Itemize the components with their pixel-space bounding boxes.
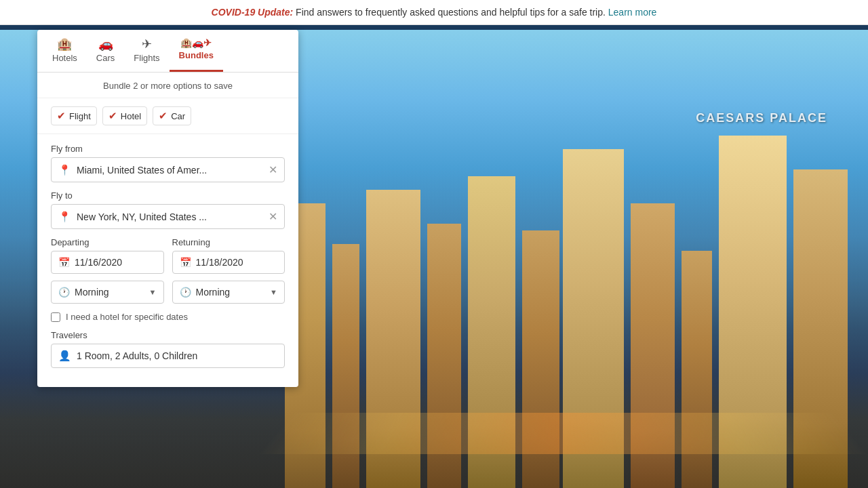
departing-label: Departing bbox=[51, 237, 164, 247]
form-area: Fly from 📍 Miami, United States of Amer.… bbox=[37, 134, 298, 368]
flight-check-icon: ✔ bbox=[57, 110, 66, 122]
departing-group: Departing 📅 11/16/2020 bbox=[51, 237, 164, 274]
returning-calendar-icon: 📅 bbox=[180, 257, 191, 268]
time-row: 🕐 Morning ▼ 🕐 Morning ▼ bbox=[51, 281, 285, 304]
location-icon-from: 📍 bbox=[58, 164, 71, 176]
depart-time-chevron: ▼ bbox=[149, 288, 157, 296]
tab-flights-label: Flights bbox=[134, 53, 159, 63]
hotel-check-icon: ✔ bbox=[108, 110, 117, 122]
date-row: Departing 📅 11/16/2020 Returning 📅 11/18… bbox=[51, 237, 285, 274]
covid-text: Find answers to frequently asked questio… bbox=[296, 7, 606, 18]
tab-cars-label: Cars bbox=[96, 53, 115, 63]
strip-glow bbox=[258, 413, 868, 454]
cars-icon: 🚗 bbox=[98, 38, 113, 50]
departing-value: 11/16/2020 bbox=[75, 257, 122, 268]
hotels-icon: 🏨 bbox=[57, 38, 72, 50]
car-check-icon: ✔ bbox=[159, 110, 167, 122]
departing-input[interactable]: 📅 11/16/2020 bbox=[51, 251, 164, 274]
bundles-icon: 🏨🚗✈ bbox=[180, 38, 212, 47]
fly-from-clear[interactable]: ✕ bbox=[269, 163, 277, 176]
covid-label: COVID-19 Update: bbox=[212, 7, 294, 18]
tab-bundles-label: Bundles bbox=[179, 50, 214, 60]
tab-cars[interactable]: 🚗 Cars bbox=[87, 30, 124, 72]
travelers-value: 1 Room, 2 Adults, 0 Children bbox=[77, 350, 197, 361]
search-panel: 🏨 Hotels 🚗 Cars ✈ Flights 🏨🚗✈ Bundles Bu… bbox=[37, 30, 298, 387]
fly-from-group: Fly from 📍 Miami, United States of Amer.… bbox=[51, 144, 285, 182]
location-icon-to: 📍 bbox=[58, 211, 71, 223]
flights-icon: ✈ bbox=[142, 38, 152, 50]
tab-flights[interactable]: ✈ Flights bbox=[124, 30, 169, 72]
fly-from-value: Miami, United States of Amer... bbox=[77, 165, 266, 176]
car-toggle-label: Car bbox=[171, 111, 185, 121]
depart-time-value: Morning bbox=[75, 287, 149, 298]
returning-value: 11/18/2020 bbox=[196, 257, 243, 268]
return-time-select[interactable]: 🕐 Morning ▼ bbox=[172, 281, 285, 304]
fly-to-input[interactable]: 📍 New York, NY, United States ... ✕ bbox=[51, 204, 285, 229]
fly-from-label: Fly from bbox=[51, 144, 285, 154]
travelers-group: Travelers 👤 1 Room, 2 Adults, 0 Children bbox=[51, 330, 285, 368]
depart-clock-icon: 🕐 bbox=[58, 287, 70, 298]
fly-to-value: New York, NY, United States ... bbox=[77, 211, 266, 222]
person-icon: 👤 bbox=[58, 350, 71, 362]
tab-bar: 🏨 Hotels 🚗 Cars ✈ Flights 🏨🚗✈ Bundles bbox=[37, 30, 298, 73]
return-time-value: Morning bbox=[196, 287, 271, 298]
depart-time-select[interactable]: 🕐 Morning ▼ bbox=[51, 281, 164, 304]
bundle-subtitle: Bundle 2 or more options to save bbox=[37, 73, 298, 98]
learn-more-link[interactable]: Learn more bbox=[608, 7, 657, 18]
hotel-dates-checkbox[interactable] bbox=[51, 312, 60, 322]
fly-from-input[interactable]: 📍 Miami, United States of Amer... ✕ bbox=[51, 157, 285, 182]
travelers-label: Travelers bbox=[51, 330, 285, 340]
tab-bundles[interactable]: 🏨🚗✈ Bundles bbox=[170, 30, 223, 72]
returning-input[interactable]: 📅 11/18/2020 bbox=[172, 251, 285, 274]
hotel-dates-label: I need a hotel for specific dates bbox=[66, 312, 188, 322]
fly-to-label: Fly to bbox=[51, 190, 285, 201]
caesars-label: CAESARS PALACE bbox=[696, 111, 827, 125]
flight-toggle[interactable]: ✔ Flight bbox=[51, 106, 97, 125]
return-time-chevron: ▼ bbox=[270, 288, 277, 296]
returning-group: Returning 📅 11/18/2020 bbox=[172, 237, 285, 274]
return-clock-icon: 🕐 bbox=[180, 287, 191, 298]
covid-banner: COVID-19 Update: Find answers to frequen… bbox=[0, 0, 868, 25]
fly-to-group: Fly to 📍 New York, NY, United States ...… bbox=[51, 190, 285, 229]
hotel-dates-row[interactable]: I need a hotel for specific dates bbox=[51, 312, 285, 322]
car-toggle[interactable]: ✔ Car bbox=[153, 106, 191, 125]
departing-calendar-icon: 📅 bbox=[58, 257, 70, 268]
hotel-toggle-label: Hotel bbox=[121, 111, 141, 121]
hotel-toggle[interactable]: ✔ Hotel bbox=[102, 106, 147, 125]
fly-to-clear[interactable]: ✕ bbox=[269, 210, 277, 223]
option-toggles: ✔ Flight ✔ Hotel ✔ Car bbox=[37, 98, 298, 134]
travelers-input[interactable]: 👤 1 Room, 2 Adults, 0 Children bbox=[51, 344, 285, 368]
returning-label: Returning bbox=[172, 237, 285, 247]
flight-toggle-label: Flight bbox=[69, 111, 91, 121]
tab-hotels[interactable]: 🏨 Hotels bbox=[43, 30, 87, 72]
tab-hotels-label: Hotels bbox=[52, 53, 77, 63]
